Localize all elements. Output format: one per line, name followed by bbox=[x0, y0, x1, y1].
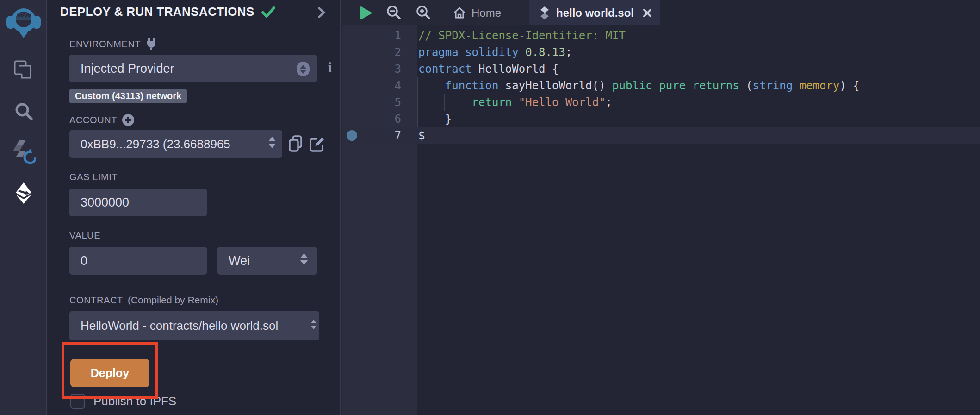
code-token: ( bbox=[739, 79, 753, 92]
compile-success-check-icon bbox=[261, 6, 276, 19]
contract-label: CONTRACT bbox=[69, 295, 123, 306]
deploy-button[interactable]: Deploy bbox=[70, 359, 149, 387]
indent-guide bbox=[417, 77, 418, 127]
line-number[interactable]: 4 bbox=[342, 77, 401, 94]
gas-limit-input[interactable]: 3000000 bbox=[69, 189, 207, 216]
code-token: ; bbox=[565, 46, 572, 59]
code-token bbox=[686, 79, 692, 92]
code-line[interactable]: } bbox=[418, 111, 860, 127]
line-numbers: 1234567 bbox=[342, 27, 401, 144]
line-number[interactable]: 1 bbox=[342, 27, 401, 44]
code-token: sayHelloWorld() bbox=[498, 79, 612, 92]
code-token: contract bbox=[418, 63, 478, 75]
solidity-compiler-icon[interactable] bbox=[0, 138, 47, 165]
environment-info-icon[interactable]: i bbox=[323, 59, 337, 76]
icon-sidebar bbox=[0, 0, 47, 415]
value-unit-select[interactable]: Wei bbox=[217, 247, 317, 275]
code-line[interactable]: function sayHelloWorld() public pure ret… bbox=[418, 77, 860, 94]
line-number[interactable]: 3 bbox=[342, 61, 401, 77]
code-token: HelloWorld { bbox=[478, 63, 558, 75]
value-unit: Wei bbox=[229, 254, 250, 268]
code-token: ) { bbox=[839, 79, 859, 92]
file-explorer-icon[interactable] bbox=[0, 59, 47, 81]
value-label: VALUE bbox=[69, 230, 100, 241]
code-token: function bbox=[445, 79, 499, 92]
zoom-in-icon[interactable] bbox=[415, 5, 432, 21]
environment-select[interactable]: Injected Provider bbox=[69, 55, 317, 82]
deploy-run-icon[interactable] bbox=[0, 182, 47, 205]
code-line[interactable]: contract HelloWorld { bbox=[418, 61, 860, 77]
code-token bbox=[793, 79, 799, 92]
account-select-arrows-icon bbox=[268, 137, 276, 148]
publish-ipfs-checkbox[interactable] bbox=[70, 394, 85, 409]
code-token: pure bbox=[659, 79, 686, 92]
line-number[interactable]: 5 bbox=[342, 94, 401, 111]
line-number[interactable]: 2 bbox=[342, 44, 401, 61]
account-value: 0xBB9...29733 (23.6688965 bbox=[81, 137, 230, 151]
code-editor: Home hello world.sol 1234567 // SPDX-Lic… bbox=[342, 0, 980, 415]
panel-collapse-chevron-icon[interactable] bbox=[317, 6, 326, 21]
contract-select[interactable]: HelloWorld - contracts/hello world.sol bbox=[69, 311, 319, 340]
code-token: 0.8.13 bbox=[525, 46, 565, 59]
copy-account-icon[interactable] bbox=[288, 135, 303, 154]
remix-logo-icon[interactable] bbox=[0, 4, 47, 41]
solidity-file-icon bbox=[540, 6, 550, 20]
code-token: public bbox=[612, 79, 652, 92]
code-token: $ bbox=[418, 129, 425, 142]
home-icon bbox=[453, 6, 466, 19]
code-token bbox=[418, 96, 472, 109]
code-token bbox=[512, 96, 518, 109]
tab-active-label: hello world.sol bbox=[556, 6, 634, 19]
panel-title: DEPLOY & RUN TRANSACTIONS bbox=[60, 5, 254, 19]
contract-sublabel: (Compiled by Remix) bbox=[128, 295, 218, 306]
environment-select-arrows-icon bbox=[297, 62, 310, 76]
code-token: return bbox=[472, 96, 512, 109]
code-token: ; bbox=[606, 96, 612, 109]
run-script-play-icon[interactable] bbox=[360, 6, 372, 20]
close-tab-icon[interactable] bbox=[642, 8, 652, 18]
gas-limit-value: 3000000 bbox=[81, 195, 129, 210]
remix-ide-window: DEPLOY & RUN TRANSACTIONS ENVIRONMENT In… bbox=[0, 0, 980, 415]
code-token: } bbox=[418, 113, 452, 126]
code-line[interactable]: pragma solidity 0.8.13; bbox=[418, 44, 860, 61]
value-unit-arrows-icon bbox=[300, 253, 308, 265]
code-line[interactable]: // SPDX-License-Identifier: MIT bbox=[418, 27, 860, 44]
code-token: // SPDX-License-Identifier: MIT bbox=[418, 29, 626, 42]
code-token: returns bbox=[692, 79, 739, 92]
account-select[interactable]: 0xBB9...29733 (23.6688965 bbox=[69, 130, 282, 158]
code-line[interactable]: return "Hello World"; bbox=[418, 94, 860, 111]
value-amount: 0 bbox=[81, 254, 87, 268]
deploy-run-panel: DEPLOY & RUN TRANSACTIONS ENVIRONMENT In… bbox=[48, 0, 341, 415]
zoom-out-icon[interactable] bbox=[385, 5, 402, 21]
search-icon[interactable] bbox=[0, 101, 47, 122]
environment-value: Injected Provider bbox=[81, 62, 174, 76]
environment-label: ENVIRONMENT bbox=[69, 39, 141, 50]
value-input[interactable]: 0 bbox=[69, 247, 207, 275]
contract-value: HelloWorld - contracts/hello world.sol bbox=[81, 319, 278, 333]
code-token: string bbox=[753, 79, 793, 92]
code-token: memory bbox=[800, 79, 840, 92]
tab-home[interactable]: Home bbox=[448, 0, 506, 25]
plug-icon bbox=[145, 37, 157, 51]
code-line[interactable]: $ bbox=[418, 127, 860, 144]
code-token bbox=[652, 79, 659, 92]
tab-home-label: Home bbox=[471, 6, 501, 19]
code-content[interactable]: // SPDX-License-Identifier: MITpragma so… bbox=[418, 27, 860, 144]
add-account-icon[interactable] bbox=[122, 113, 135, 126]
tab-hello-world-sol[interactable]: hello world.sol bbox=[529, 0, 660, 25]
contract-select-arrows-icon bbox=[311, 320, 316, 329]
line-number[interactable]: 6 bbox=[342, 111, 401, 127]
code-token: "Hello World" bbox=[519, 96, 606, 109]
edit-account-icon[interactable] bbox=[310, 136, 325, 154]
line-number[interactable]: 7 bbox=[342, 127, 401, 144]
network-badge: Custom (43113) network bbox=[69, 89, 187, 103]
account-label: ACCOUNT bbox=[69, 115, 117, 126]
publish-ipfs-label: Publish to IPFS bbox=[93, 394, 176, 409]
code-token bbox=[418, 79, 445, 92]
code-token: pragma solidity bbox=[418, 46, 525, 59]
gas-limit-label: GAS LIMIT bbox=[69, 172, 118, 182]
